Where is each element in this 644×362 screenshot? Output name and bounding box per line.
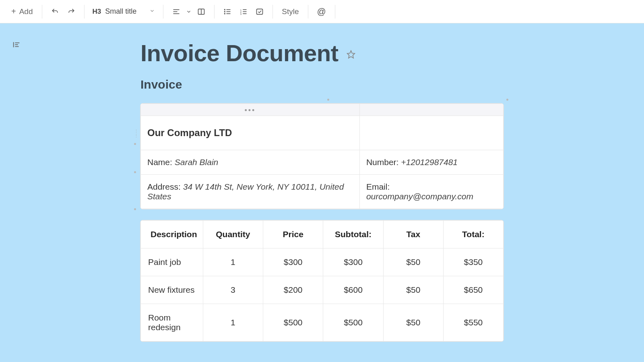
separator xyxy=(335,5,335,19)
style-button[interactable]: Style xyxy=(278,4,303,19)
columns-icon xyxy=(197,8,205,16)
row-handle[interactable] xyxy=(134,171,136,173)
cell-total[interactable]: $550 xyxy=(443,304,503,341)
company-name-cell[interactable]: Our Company LTD xyxy=(141,116,360,150)
at-icon: @ xyxy=(317,6,326,17)
svg-point-5 xyxy=(225,9,225,10)
add-button[interactable]: + Add xyxy=(7,4,37,19)
invoice-items-table[interactable]: Description Quantity Price Subtotal: Tax… xyxy=(140,220,504,341)
heading-prefix: H3 xyxy=(93,8,101,16)
numbered-list-icon: 123 xyxy=(239,8,248,16)
outline-toggle[interactable] xyxy=(12,40,21,51)
align-left-icon xyxy=(172,8,180,16)
plus-icon: + xyxy=(11,7,16,16)
cell-tax[interactable]: $50 xyxy=(383,304,443,341)
row-handle[interactable] xyxy=(134,143,136,145)
cell-tax[interactable]: $50 xyxy=(383,248,443,276)
drag-handle[interactable]: ⋮⋮ xyxy=(134,129,138,138)
separator xyxy=(163,5,163,19)
field-value: +12012987481 xyxy=(401,157,458,167)
page-title[interactable]: Invoice Document xyxy=(140,39,339,66)
undo-icon xyxy=(51,8,59,16)
cell-price[interactable]: $200 xyxy=(263,276,323,304)
table-row: ••• xyxy=(141,104,504,116)
col-quantity[interactable]: Quantity xyxy=(203,221,263,248)
resize-handle[interactable] xyxy=(506,99,508,101)
phone-cell[interactable]: Number: +12012987481 xyxy=(359,150,503,175)
cell-quantity[interactable]: 1 xyxy=(203,248,263,276)
empty-cell[interactable] xyxy=(359,116,503,150)
style-label: Style xyxy=(282,7,299,16)
col-tax[interactable]: Tax xyxy=(383,221,443,248)
cell-subtotal[interactable]: $300 xyxy=(323,248,384,276)
svg-point-6 xyxy=(225,11,225,12)
bullet-list-button[interactable] xyxy=(219,4,235,19)
separator xyxy=(84,5,85,19)
editor-toolbar: + Add H3 Small title 123 Style @ xyxy=(0,0,644,23)
cell-quantity[interactable]: 3 xyxy=(203,276,263,304)
cell-total[interactable]: $650 xyxy=(443,276,503,304)
cell-subtotal[interactable]: $500 xyxy=(323,304,384,341)
contact-name-cell[interactable]: Name: Sarah Blain xyxy=(141,150,360,175)
field-label: Name: xyxy=(147,157,172,167)
separator xyxy=(308,5,308,19)
col-price[interactable]: Price xyxy=(263,221,323,248)
row-handle[interactable] xyxy=(134,208,136,210)
favorite-button[interactable] xyxy=(347,46,355,60)
table-row: Our Company LTD xyxy=(141,116,504,150)
section-heading[interactable]: Invoice xyxy=(140,78,504,91)
star-icon xyxy=(347,50,355,59)
heading-selector[interactable]: H3 Small title xyxy=(89,4,159,19)
cell-total[interactable]: $350 xyxy=(443,248,503,276)
document-canvas: Invoice Document Invoice ⋮⋮ ••• Our Comp… xyxy=(0,23,644,362)
cell-quantity[interactable]: 1 xyxy=(203,304,263,341)
numbered-list-button[interactable]: 123 xyxy=(235,4,252,19)
col-subtotal[interactable]: Subtotal: xyxy=(323,221,384,248)
column-options[interactable] xyxy=(359,104,503,116)
field-value: ourcompany@company.com xyxy=(366,192,473,201)
separator xyxy=(42,5,42,19)
chevron-down-icon xyxy=(186,9,192,14)
layout-button[interactable] xyxy=(193,4,209,19)
table-row: New fixtures3$200$600$50$650 xyxy=(141,276,504,304)
svg-marker-22 xyxy=(347,50,354,58)
field-label: Address: xyxy=(147,182,181,191)
resize-handle[interactable] xyxy=(327,99,329,101)
col-total[interactable]: Total: xyxy=(443,221,503,248)
align-button[interactable] xyxy=(168,4,184,19)
address-cell[interactable]: Address: 34 W 14th St, New York, NY 1001… xyxy=(141,175,360,209)
bullet-list-icon xyxy=(223,8,231,16)
checklist-button[interactable] xyxy=(252,4,268,19)
company-info-block: ⋮⋮ ••• Our Company LTD Name: Sarah Blain xyxy=(140,103,504,209)
svg-point-7 xyxy=(225,13,225,14)
cell-description[interactable]: Room redesign xyxy=(141,304,203,341)
undo-button[interactable] xyxy=(47,4,63,19)
separator xyxy=(214,5,215,19)
redo-button[interactable] xyxy=(63,4,79,19)
title-row: Invoice Document xyxy=(140,39,504,66)
mention-button[interactable]: @ xyxy=(313,4,330,19)
column-options[interactable]: ••• xyxy=(141,104,360,116)
cell-description[interactable]: Paint job xyxy=(141,248,203,276)
email-cell[interactable]: Email: ourcompany@company.com xyxy=(359,175,503,209)
company-info-table[interactable]: ••• Our Company LTD Name: Sarah Blain Nu… xyxy=(140,103,504,209)
redo-icon xyxy=(67,8,75,16)
table-row: Name: Sarah Blain Number: +12012987481 xyxy=(141,150,504,175)
cell-subtotal[interactable]: $600 xyxy=(323,276,384,304)
field-label: Number: xyxy=(366,157,399,167)
separator xyxy=(272,5,273,19)
table-row: Room redesign1$500$500$50$550 xyxy=(141,304,504,341)
checkbox-icon xyxy=(256,8,264,16)
table-row: Address: 34 W 14th St, New York, NY 1001… xyxy=(141,175,504,209)
document: Invoice Document Invoice ⋮⋮ ••• Our Comp… xyxy=(140,39,504,341)
chevron-down-icon xyxy=(149,8,155,15)
col-description[interactable]: Description xyxy=(141,221,203,248)
cell-tax[interactable]: $50 xyxy=(383,276,443,304)
field-value: Sarah Blain xyxy=(175,157,219,167)
svg-text:3: 3 xyxy=(240,12,242,15)
field-label: Email: xyxy=(366,182,390,191)
cell-description[interactable]: New fixtures xyxy=(141,276,203,304)
cell-price[interactable]: $300 xyxy=(263,248,323,276)
align-dropdown[interactable] xyxy=(184,4,193,19)
cell-price[interactable]: $500 xyxy=(263,304,323,341)
